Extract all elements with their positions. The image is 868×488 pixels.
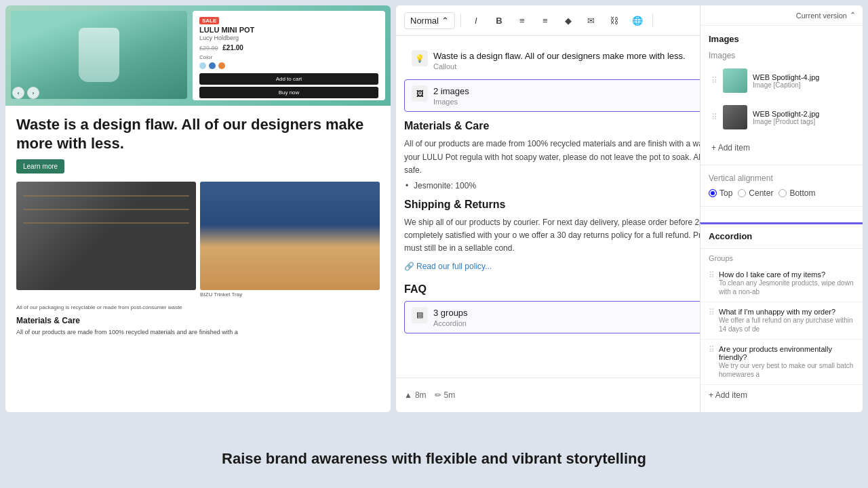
hero-text: Waste is a design flaw. All of our desig… [16, 115, 380, 152]
preview-panel: SALE LULU MINI POT Lucy Holdberg £29.00 … [5, 5, 391, 412]
accordion-group-1[interactable]: ⠿ How do I take care of my items? To cle… [701, 265, 863, 302]
accordion-group-1-title: How do I take care of my items? [719, 270, 854, 279]
align-center-label: Center [749, 188, 773, 198]
accordion-panel: Accordion Groups ⠿ How do I take care of… [700, 222, 863, 405]
sale-badge: SALE [199, 17, 219, 24]
color-dot-blue-light [199, 62, 206, 69]
italic-button[interactable]: I [467, 11, 486, 30]
editor-panel: Normal ⌃ I B ≡ ≡ ◆ ✉ ⛓ 🌐 ▤ Accordion ● C… [396, 5, 863, 412]
product-info-card: SALE LULU MINI POT Lucy Holdberg £29.00 … [193, 11, 385, 100]
drag-handle-2[interactable]: ⠿ [711, 113, 717, 122]
main-container: SALE LULU MINI POT Lucy Holdberg £29.00 … [0, 0, 868, 488]
product-image [11, 11, 187, 99]
drag-handle-acc-2[interactable]: ⠿ [709, 308, 715, 317]
policy-link[interactable]: Read our full policy... [416, 262, 492, 271]
product-by: Lucy Holdberg [199, 35, 378, 41]
image-caption: All of our packaging is recyclable or ma… [16, 304, 380, 310]
carousel-prev-button[interactable]: ‹ [12, 87, 24, 99]
bottom-tagline: Raise brand awareness with flexible and … [0, 450, 868, 468]
color-dot-blue [209, 62, 216, 69]
edit-time: 5m [444, 390, 456, 400]
color-label: Color [199, 54, 378, 60]
images-panel-title: Images [709, 34, 854, 44]
product-name: LULU MINI POT [199, 26, 378, 34]
highlight-button[interactable]: ◆ [559, 11, 578, 30]
format-label: Normal [410, 16, 439, 26]
accordion-group-2-desc: We offer a full refund on any purchase w… [719, 316, 854, 333]
align-top-option[interactable]: Top [709, 188, 732, 198]
email-link-button[interactable]: ✉ [582, 11, 601, 30]
learn-more-button[interactable]: Learn more [16, 159, 64, 174]
version-label: Current version [796, 12, 847, 20]
list-ordered-button[interactable]: ≡ [536, 11, 555, 30]
images-panel-section: Images Images ⠿ WEB Spotlight-4.jpg Imag… [701, 26, 863, 165]
time-info: ▲ 8m ✏ 5m [404, 390, 455, 400]
drag-handle-1[interactable]: ⠿ [711, 76, 717, 85]
accordion-add-item-button[interactable]: + Add item [701, 385, 863, 405]
accordion-group-3[interactable]: ⠿ Are your products environmentally frie… [701, 340, 863, 385]
image-thumb-1 [723, 68, 747, 93]
product-price-new: £21.00 [222, 44, 243, 52]
image-name-2: WEB Spotlight-2.jpg [753, 110, 852, 118]
align-center-option[interactable]: Center [738, 188, 773, 198]
materials-body-small: All of our products are made from 100% r… [16, 328, 380, 337]
carousel-next-button[interactable]: › [27, 87, 39, 99]
align-bottom-option[interactable]: Bottom [778, 188, 815, 198]
read-time: 8m [415, 390, 427, 400]
materials-title-small: Materials & Care [16, 316, 380, 325]
callout-icon: 💡 [412, 50, 428, 66]
align-bottom-label: Bottom [789, 188, 815, 198]
drag-handle-acc-1[interactable]: ⠿ [709, 270, 715, 280]
vertical-alignment-section: Vertical alignment Top Center Bottom [701, 165, 863, 207]
align-top-label: Top [719, 188, 732, 198]
grid-image-2-container: BIZU Trinket Tray [200, 182, 380, 298]
link-button[interactable]: ⛓ [605, 11, 624, 30]
groups-label: Groups [701, 249, 863, 265]
read-time-item: ▲ 8m [404, 390, 427, 400]
product-label: BIZU Trinket Tray [200, 291, 380, 298]
format-chevron: ⌃ [441, 16, 449, 26]
color-dots [199, 62, 378, 69]
edit-time-icon: ✏ [435, 390, 441, 400]
vertical-align-title: Vertical alignment [709, 174, 854, 183]
buy-now-button[interactable]: Buy now [199, 87, 378, 98]
color-dot-orange [218, 62, 225, 69]
product-price-old: £29.00 [199, 45, 218, 52]
carousel-nav: ‹ › [12, 87, 39, 99]
accordion-group-2[interactable]: ⠿ What if I'm unhappy with my order? We … [701, 302, 863, 340]
align-options: Top Center Bottom [709, 188, 854, 198]
image-type-2: Image [Product tags] [753, 118, 852, 125]
toolbar-divider-2 [652, 14, 653, 27]
image-name-1: WEB Spotlight-4.jpg [753, 73, 852, 81]
images-add-item-button[interactable]: + Add item [709, 139, 854, 157]
image-item-2[interactable]: ⠿ WEB Spotlight-2.jpg Image [Product tag… [709, 102, 854, 132]
add-to-cart-button[interactable]: Add to cart [199, 73, 378, 85]
hero-section: SALE LULU MINI POT Lucy Holdberg £29.00 … [5, 5, 391, 106]
faq-accordion-icon: ▤ [412, 307, 428, 323]
version-chevron: ⌃ [850, 11, 856, 20]
image-item-1[interactable]: ⠿ WEB Spotlight-4.jpg Image [Caption] [709, 66, 854, 96]
bold-button[interactable]: B [490, 11, 509, 30]
align-top-radio[interactable] [709, 189, 717, 197]
read-time-icon: ▲ [404, 390, 412, 400]
accordion-panel-header: Accordion [701, 224, 863, 249]
edit-time-item: ✏ 5m [435, 390, 456, 400]
images-section-label: Images [709, 51, 854, 60]
accordion-group-3-desc: We try our very best to make our small b… [719, 361, 854, 379]
globe-button[interactable]: 🌐 [628, 11, 647, 30]
version-bar: Current version ⌃ [701, 5, 863, 26]
grid-image-1 [16, 182, 196, 290]
toolbar-divider-1 [460, 14, 461, 27]
list-unordered-button[interactable]: ≡ [513, 11, 532, 30]
accordion-group-3-title: Are your products environmentally friend… [719, 345, 854, 361]
drag-handle-acc-3[interactable]: ⠿ [709, 345, 715, 354]
format-select[interactable]: Normal ⌃ [404, 12, 455, 29]
accordion-group-2-title: What if I'm unhappy with my order? [719, 308, 854, 316]
two-images-grid: BIZU Trinket Tray [16, 182, 380, 298]
align-bottom-radio[interactable] [778, 189, 787, 197]
grid-image-2 [200, 182, 380, 290]
image-type-1: Image [Caption] [753, 81, 852, 89]
accordion-panel-title: Accordion [709, 231, 854, 241]
images-block-icon: 🖼 [412, 85, 428, 102]
align-center-radio[interactable] [738, 189, 746, 197]
